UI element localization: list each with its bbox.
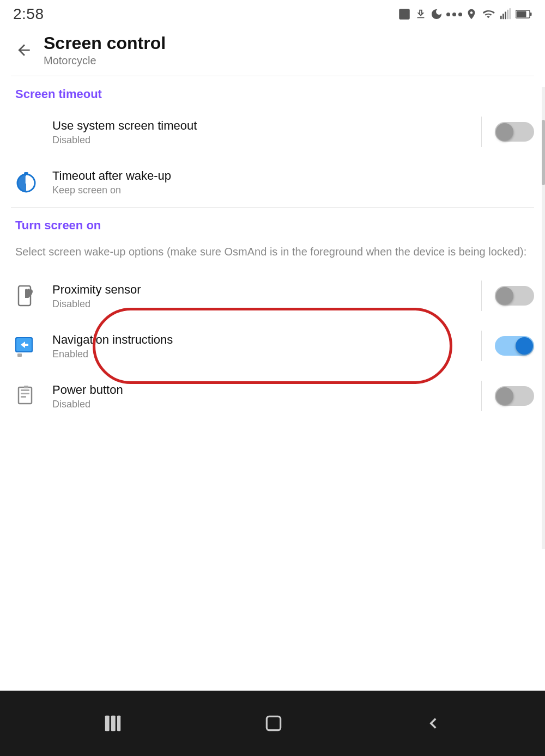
proximity-sensor-toggle[interactable]: [495, 286, 534, 306]
navigation-instructions-toggle[interactable]: [495, 336, 534, 356]
navigation-instructions-icon: [13, 333, 39, 359]
home-button[interactable]: [263, 713, 284, 734]
timer-icon-container: [11, 167, 41, 197]
power-button-text: Power button Disabled: [52, 382, 481, 411]
navigation-instructions-text: Navigation instructions Enabled: [52, 332, 481, 361]
location-icon: [465, 7, 477, 21]
power-button-item[interactable]: Power button Disabled: [0, 371, 545, 421]
battery-icon: [516, 9, 532, 20]
section-turn-screen-on-label: Turn screen on: [0, 208, 545, 238]
moon-icon: [430, 8, 443, 21]
toggle-knob: [496, 287, 513, 304]
use-system-timeout-item[interactable]: Use system screen timeout Disabled: [0, 107, 545, 157]
svg-rect-1: [502, 14, 504, 19]
svg-rect-0: [500, 16, 502, 19]
power-button-right: [481, 381, 534, 411]
svg-rect-20: [21, 396, 26, 398]
wifi-icon: [481, 8, 496, 20]
back-arrow-icon: [15, 41, 33, 59]
status-icons: [397, 7, 532, 21]
toggle-knob: [496, 387, 513, 405]
page-subtitle: Motorcycle: [44, 54, 166, 67]
navigation-instructions-right: [481, 331, 534, 361]
use-system-timeout-icon: [11, 117, 41, 147]
svg-rect-4: [509, 8, 511, 19]
more-dots-icon: [446, 13, 462, 16]
proximity-sensor-text: Proximity sensor Disabled: [52, 282, 481, 310]
system-back-button[interactable]: [424, 714, 443, 733]
svg-rect-25: [267, 716, 280, 730]
header: Screen control Motorcycle: [0, 26, 545, 76]
back-button[interactable]: [11, 37, 37, 63]
toggle-knob: [496, 123, 513, 141]
status-time: 2:58: [13, 5, 44, 23]
recent-apps-icon: [102, 713, 123, 734]
signal-icon: [499, 8, 512, 20]
scrollbar-thumb: [542, 120, 545, 185]
power-icon-container: [11, 381, 41, 411]
use-system-timeout-right: [481, 117, 534, 147]
svg-rect-22: [105, 716, 110, 731]
turn-screen-on-description: Select screen wake-up options (make sure…: [0, 238, 545, 271]
svg-rect-3: [507, 10, 508, 19]
recent-apps-button[interactable]: [102, 713, 123, 734]
proximity-sensor-right: [481, 281, 534, 311]
status-bar: 2:58: [0, 0, 545, 26]
svg-rect-19: [21, 393, 29, 394]
proximity-icon-container: [11, 281, 41, 311]
timeout-after-wakeup-item[interactable]: Timeout after wake-up Keep screen on: [0, 157, 545, 207]
photo-icon: [397, 7, 411, 21]
use-system-timeout-text: Use system screen timeout Disabled: [52, 118, 481, 147]
svg-rect-24: [117, 716, 120, 731]
timeout-after-wakeup-text: Timeout after wake-up Keep screen on: [52, 168, 534, 197]
system-back-icon: [424, 714, 443, 733]
page-title: Screen control: [44, 33, 166, 53]
main-content: 2:58: [0, 0, 545, 691]
navigation-instructions-item[interactable]: Navigation instructions Enabled: [0, 321, 545, 371]
power-button-icon: [13, 383, 39, 409]
section-screen-timeout-label: Screen timeout: [0, 76, 545, 107]
svg-rect-2: [505, 11, 506, 19]
svg-rect-6: [517, 11, 526, 17]
power-button-toggle[interactable]: [495, 386, 534, 406]
download-icon: [415, 7, 427, 21]
divider: [481, 381, 482, 411]
proximity-sensor-icon: [13, 283, 39, 309]
scrollbar[interactable]: [542, 87, 545, 549]
svg-rect-7: [530, 13, 532, 16]
divider: [481, 281, 482, 311]
divider: [481, 117, 482, 147]
bottom-nav-bar: [0, 691, 545, 756]
svg-rect-11: [24, 172, 28, 174]
svg-rect-23: [111, 716, 116, 731]
proximity-sensor-item[interactable]: Proximity sensor Disabled: [0, 271, 545, 321]
svg-rect-16: [17, 353, 22, 357]
header-text: Screen control Motorcycle: [44, 33, 166, 67]
timer-icon: [13, 169, 39, 195]
nav-instructions-icon-container: [11, 331, 41, 361]
use-system-timeout-toggle[interactable]: [495, 122, 534, 142]
svg-rect-21: [24, 386, 28, 388]
divider: [481, 331, 482, 361]
toggle-knob: [516, 337, 533, 355]
home-icon: [263, 713, 284, 734]
svg-rect-18: [21, 389, 29, 391]
